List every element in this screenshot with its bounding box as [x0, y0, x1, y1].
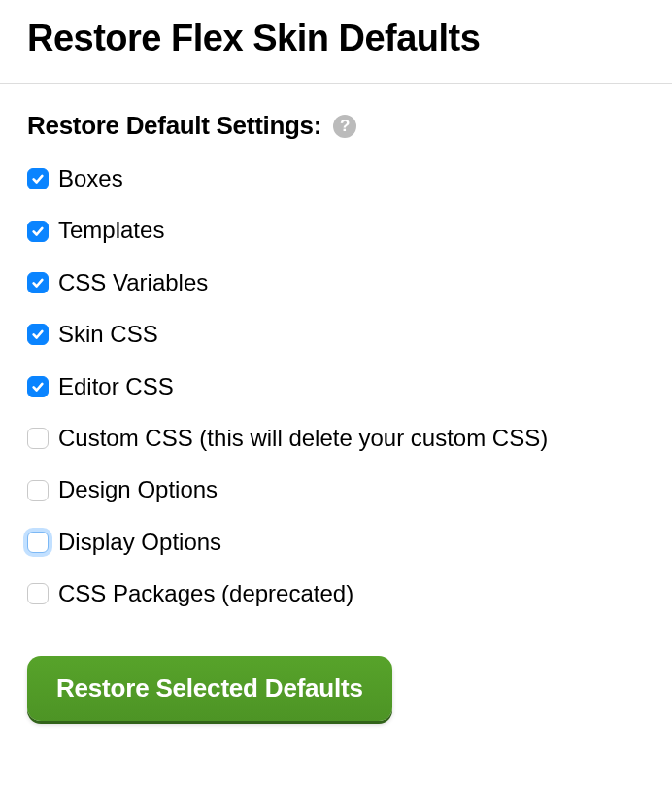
option-label[interactable]: CSS Variables: [58, 270, 208, 295]
checkmark-icon: [31, 224, 45, 238]
option-label[interactable]: Display Options: [58, 530, 221, 555]
checkbox[interactable]: [27, 324, 49, 345]
option-label[interactable]: Boxes: [58, 166, 123, 191]
checkmark-icon: [31, 327, 45, 341]
checkbox[interactable]: [27, 428, 49, 449]
options-list: BoxesTemplatesCSS VariablesSkin CSSEdito…: [27, 166, 645, 607]
checkbox[interactable]: [27, 583, 49, 604]
checkbox[interactable]: [27, 480, 49, 501]
option-label[interactable]: Editor CSS: [58, 374, 174, 399]
option-row: Design Options: [27, 477, 645, 502]
help-icon[interactable]: ?: [333, 115, 356, 138]
option-label[interactable]: Design Options: [58, 477, 218, 502]
restore-selected-defaults-button[interactable]: Restore Selected Defaults: [27, 656, 392, 721]
option-row: Boxes: [27, 166, 645, 191]
option-row: CSS Variables: [27, 270, 645, 295]
option-label[interactable]: Templates: [58, 218, 164, 243]
option-row: Templates: [27, 218, 645, 243]
option-row: CSS Packages (deprecated): [27, 581, 645, 606]
option-label[interactable]: Skin CSS: [58, 322, 158, 347]
option-row: Custom CSS (this will delete your custom…: [27, 426, 645, 451]
option-row: Editor CSS: [27, 374, 645, 399]
option-row: Display Options: [27, 530, 645, 555]
checkbox[interactable]: [27, 376, 49, 397]
option-row: Skin CSS: [27, 322, 645, 347]
checkbox[interactable]: [27, 532, 49, 553]
checkmark-icon: [31, 380, 45, 394]
checkmark-icon: [31, 276, 45, 290]
checkbox[interactable]: [27, 272, 49, 293]
option-label[interactable]: CSS Packages (deprecated): [58, 581, 353, 606]
checkbox[interactable]: [27, 168, 49, 189]
checkbox[interactable]: [27, 221, 49, 242]
page-title: Restore Flex Skin Defaults: [27, 17, 645, 59]
section-title: Restore Default Settings:: [27, 111, 321, 141]
section-header: Restore Default Settings: ?: [27, 111, 645, 141]
option-label[interactable]: Custom CSS (this will delete your custom…: [58, 426, 548, 451]
checkmark-icon: [31, 172, 45, 186]
divider: [0, 83, 672, 84]
